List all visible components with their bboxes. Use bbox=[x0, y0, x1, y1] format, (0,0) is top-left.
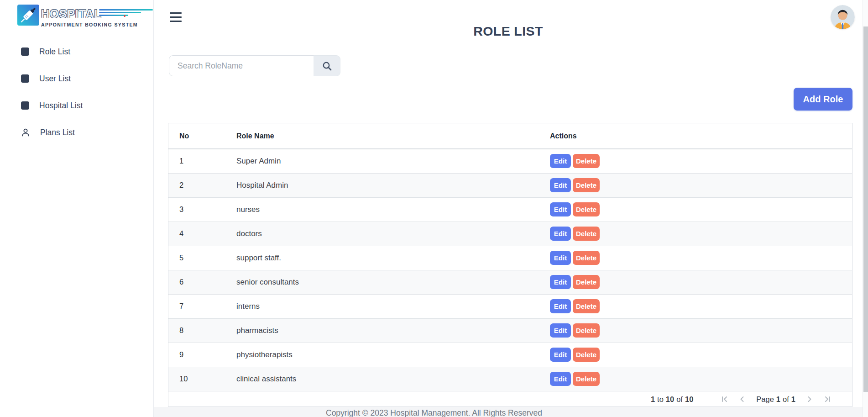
table-header-row: No Role Name Actions bbox=[168, 123, 852, 149]
last-page-button[interactable] bbox=[821, 393, 833, 405]
avatar-image bbox=[831, 5, 855, 29]
logo-text: HOSPITAL APPONITMENT BOOKING SYSTEM bbox=[41, 5, 153, 27]
logo-red-dot bbox=[124, 15, 125, 17]
range-start: 1 bbox=[651, 395, 655, 404]
table-row: 9 physiotherapists EditDelete bbox=[168, 343, 852, 367]
to-word: to bbox=[657, 395, 664, 404]
first-page-icon bbox=[721, 396, 729, 403]
edit-button[interactable]: Edit bbox=[550, 299, 571, 313]
row-number: 5 bbox=[168, 246, 236, 270]
sidebar-item-role-list[interactable]: Role List bbox=[21, 44, 83, 59]
edit-button[interactable]: Edit bbox=[550, 154, 571, 168]
sidebar-nav: Role List User List Hospital List Plans … bbox=[21, 44, 83, 140]
sidebar-item-label: User List bbox=[39, 74, 71, 84]
role-name-cell: support staff. bbox=[236, 246, 550, 270]
delete-button[interactable]: Delete bbox=[573, 348, 600, 362]
edit-button[interactable]: Edit bbox=[550, 372, 571, 386]
sidebar-item-plans-list[interactable]: Plans List bbox=[21, 125, 83, 140]
menu-toggle-button[interactable] bbox=[170, 12, 182, 22]
edit-button[interactable]: Edit bbox=[550, 178, 571, 192]
edit-button[interactable]: Edit bbox=[550, 202, 571, 216]
edit-button[interactable]: Edit bbox=[550, 227, 571, 241]
search-button[interactable] bbox=[314, 55, 340, 76]
delete-button[interactable]: Delete bbox=[573, 372, 600, 386]
range-end: 10 bbox=[666, 395, 674, 404]
row-number: 2 bbox=[168, 173, 236, 197]
actions-cell: EditDelete bbox=[550, 343, 852, 367]
table-row: 10 clinical assistants EditDelete bbox=[168, 367, 852, 391]
actions-cell: EditDelete bbox=[550, 367, 852, 391]
edit-button[interactable]: Edit bbox=[550, 348, 571, 362]
sidebar-item-label: Role List bbox=[39, 47, 70, 57]
page-title: ROLE LIST bbox=[154, 24, 863, 39]
delete-button[interactable]: Delete bbox=[573, 202, 600, 216]
pagination-summary: 1 to 10 of 10 bbox=[651, 395, 693, 404]
edit-button[interactable]: Edit bbox=[550, 251, 571, 265]
row-number: 6 bbox=[168, 270, 236, 294]
actions-cell: EditDelete bbox=[550, 173, 852, 197]
role-table: No Role Name Actions 1 Super Admin EditD… bbox=[168, 123, 852, 391]
square-icon bbox=[21, 74, 29, 83]
role-name-cell: Hospital Admin bbox=[236, 173, 550, 197]
edit-button[interactable]: Edit bbox=[550, 323, 571, 338]
user-avatar[interactable] bbox=[831, 5, 855, 29]
sidebar-item-label: Hospital List bbox=[39, 101, 83, 111]
table-row: 1 Super Admin EditDelete bbox=[168, 149, 852, 173]
table-row: 8 pharmacists EditDelete bbox=[168, 318, 852, 343]
page-word: Page bbox=[756, 395, 774, 404]
table-row: 3 nurses EditDelete bbox=[168, 197, 852, 222]
pagination-page-indicator: Page 1 of 1 bbox=[756, 395, 795, 404]
search-icon bbox=[322, 61, 332, 71]
first-page-button[interactable] bbox=[719, 393, 731, 405]
next-page-button[interactable] bbox=[804, 393, 816, 405]
role-name-cell: Super Admin bbox=[236, 149, 550, 173]
sidebar-item-label: Plans List bbox=[40, 128, 75, 137]
page-total: 1 bbox=[791, 395, 795, 404]
last-page-icon bbox=[823, 396, 831, 403]
table-row: 6 senior consultants EditDelete bbox=[168, 270, 852, 294]
delete-button[interactable]: Delete bbox=[573, 227, 600, 241]
logo-lines-decoration bbox=[99, 9, 153, 16]
sidebar: HOSPITAL APPONITMENT BOOKING SYSTEM Role… bbox=[0, 0, 154, 417]
table-row: 5 support staff. EditDelete bbox=[168, 246, 852, 270]
table-row: 7 interns EditDelete bbox=[168, 294, 852, 318]
table-row: 2 Hospital Admin EditDelete bbox=[168, 173, 852, 197]
delete-button[interactable]: Delete bbox=[573, 154, 600, 168]
column-header-role-name: Role Name bbox=[236, 123, 550, 149]
chevron-left-icon bbox=[738, 396, 746, 403]
page-of-word: of bbox=[783, 395, 789, 404]
actions-cell: EditDelete bbox=[550, 197, 852, 222]
role-table-card: No Role Name Actions 1 Super Admin EditD… bbox=[168, 123, 852, 407]
copyright-text: Copyright © 2023 Hospital Management. Al… bbox=[0, 408, 868, 417]
row-number: 1 bbox=[168, 149, 236, 173]
row-number: 3 bbox=[168, 197, 236, 222]
delete-button[interactable]: Delete bbox=[573, 323, 600, 338]
square-icon bbox=[21, 48, 29, 56]
sidebar-item-hospital-list[interactable]: Hospital List bbox=[21, 98, 83, 113]
actions-cell: EditDelete bbox=[550, 270, 852, 294]
role-name-cell: pharmacists bbox=[236, 318, 550, 343]
delete-button[interactable]: Delete bbox=[573, 275, 600, 289]
app-logo[interactable]: HOSPITAL APPONITMENT BOOKING SYSTEM bbox=[17, 5, 153, 27]
table-row: 4 doctors EditDelete bbox=[168, 222, 852, 246]
role-name-cell: doctors bbox=[236, 222, 550, 246]
delete-button[interactable]: Delete bbox=[573, 251, 600, 265]
scrollbar[interactable] bbox=[863, 0, 868, 417]
person-icon bbox=[21, 128, 30, 137]
search-input[interactable] bbox=[169, 55, 314, 76]
row-number: 9 bbox=[168, 343, 236, 367]
edit-button[interactable]: Edit bbox=[550, 275, 571, 289]
add-role-button[interactable]: Add Role bbox=[794, 88, 852, 111]
square-icon bbox=[21, 101, 29, 110]
scrollbar-thumb[interactable] bbox=[863, 26, 868, 392]
previous-page-button[interactable] bbox=[736, 393, 748, 405]
sidebar-item-user-list[interactable]: User List bbox=[21, 71, 83, 86]
range-total: 10 bbox=[685, 395, 693, 404]
delete-button[interactable]: Delete bbox=[573, 299, 600, 313]
delete-button[interactable]: Delete bbox=[573, 178, 600, 192]
role-name-cell: interns bbox=[236, 294, 550, 318]
column-header-actions: Actions bbox=[550, 123, 852, 149]
logo-title: HOSPITAL bbox=[41, 7, 102, 21]
role-name-cell: nurses bbox=[236, 197, 550, 222]
role-name-cell: physiotherapists bbox=[236, 343, 550, 367]
